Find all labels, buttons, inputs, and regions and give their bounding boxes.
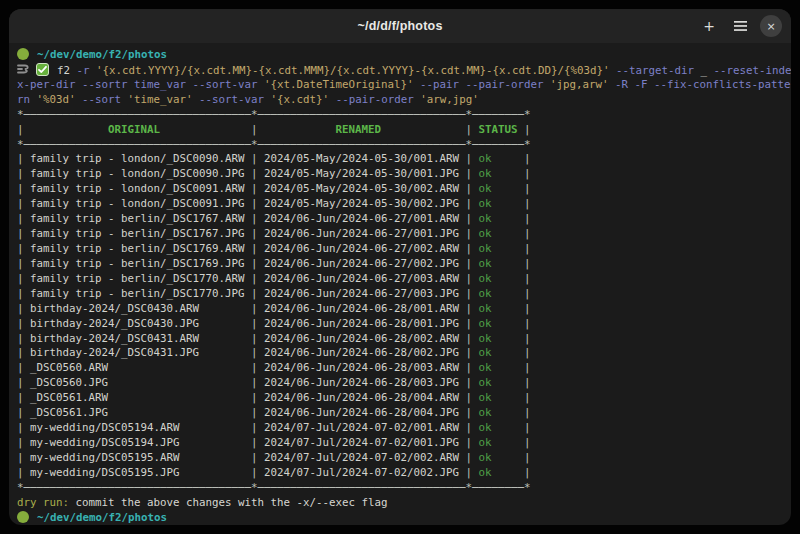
table-row: | birthday-2024/_DSC0431.ARW | 2024/06-J… xyxy=(17,332,791,347)
table-row: | my-wedding/DSC05195.JPG | 2024/07-Jul/… xyxy=(17,466,791,481)
prompt-line: ~/dev/demo/f2/photos xyxy=(17,48,791,63)
close-button[interactable]: × xyxy=(760,15,782,37)
table-border: *───────────────────────────────────*───… xyxy=(17,138,791,153)
terminal-body[interactable]: ~/dev/demo/f2/photos f2 -r '{x.cdt.YYYY}… xyxy=(9,43,791,525)
prompt-line: ~/dev/demo/f2/photos xyxy=(17,511,791,525)
window-title: ~/d/d/f/photos xyxy=(357,19,442,33)
command-wrap-line: x-per-dir --sortr time_var --sort-var '{… xyxy=(17,78,791,93)
command-line: f2 -r '{x.cdt.YYYY}/{x.cdt.MM}-{x.cdt.MM… xyxy=(17,63,791,78)
table-row: | my-wedding/DSC05195.ARW | 2024/07-Jul/… xyxy=(17,451,791,466)
command-wrap-line: rn '%03d' --sort 'time_var' --sort-var '… xyxy=(17,93,791,108)
table-row: | family trip - berlin/_DSC1767.JPG | 20… xyxy=(17,227,791,242)
green-dot-icon xyxy=(17,511,29,523)
table-row: | _DSC0560.ARW | 2024/06-Jun/2024-06-28/… xyxy=(17,361,791,376)
green-dot-icon xyxy=(17,48,29,60)
prompt-path: ~/dev/demo/f2/photos xyxy=(37,48,167,61)
table-row: | _DSC0561.JPG | 2024/06-Jun/2024-06-28/… xyxy=(17,406,791,421)
table-row: | _DSC0560.JPG | 2024/06-Jun/2024-06-28/… xyxy=(17,376,791,391)
window-buttons: + × xyxy=(698,9,782,43)
table-row: | family trip - london/_DSC0091.ARW | 20… xyxy=(17,182,791,197)
table-row: | family trip - berlin/_DSC1767.ARW | 20… xyxy=(17,212,791,227)
table-header-row: | ORIGINAL | RENAMED | STATUS | xyxy=(17,123,791,138)
table-row: | family trip - london/_DSC0091.JPG | 20… xyxy=(17,197,791,212)
table-row: | birthday-2024/_DSC0431.JPG | 2024/06-J… xyxy=(17,346,791,361)
table-row: | family trip - london/_DSC0090.JPG | 20… xyxy=(17,167,791,182)
table-row: | family trip - berlin/_DSC1769.ARW | 20… xyxy=(17,242,791,257)
table-row: | family trip - london/_DSC0090.ARW | 20… xyxy=(17,152,791,167)
menu-button[interactable] xyxy=(729,15,751,37)
table-border: *───────────────────────────────────*───… xyxy=(17,108,791,123)
table-row: | birthday-2024/_DSC0430.JPG | 2024/06-J… xyxy=(17,317,791,332)
rename-table: *───────────────────────────────────*───… xyxy=(17,108,791,496)
table-row: | birthday-2024/_DSC0430.ARW | 2024/06-J… xyxy=(17,302,791,317)
hamburger-icon xyxy=(734,21,747,31)
table-border: *───────────────────────────────────*───… xyxy=(17,481,791,496)
table-row: | my-wedding/DSC05194.JPG | 2024/07-Jul/… xyxy=(17,436,791,451)
table-row: | my-wedding/DSC05194.ARW | 2024/07-Jul/… xyxy=(17,421,791,436)
table-row: | family trip - berlin/_DSC1769.JPG | 20… xyxy=(17,257,791,272)
command-text: f2 -r '{x.cdt.YYYY}/{x.cdt.MM}-{x.cdt.MM… xyxy=(57,64,791,77)
new-tab-button[interactable]: + xyxy=(698,15,720,37)
titlebar[interactable]: ~/d/d/f/photos + × xyxy=(9,9,791,43)
prompt-path: ~/dev/demo/f2/photos xyxy=(37,511,167,524)
table-row: | family trip - berlin/_DSC1770.ARW | 20… xyxy=(17,272,791,287)
table-row: | family trip - berlin/_DSC1770.JPG | 20… xyxy=(17,287,791,302)
table-row: | _DSC0561.ARW | 2024/06-Jun/2024-06-28/… xyxy=(17,391,791,406)
dry-run-message: dry run: commit the above changes with t… xyxy=(17,496,791,511)
terminal-window: ~/d/d/f/photos + × ~/dev/demo/f2/photos … xyxy=(9,9,791,525)
